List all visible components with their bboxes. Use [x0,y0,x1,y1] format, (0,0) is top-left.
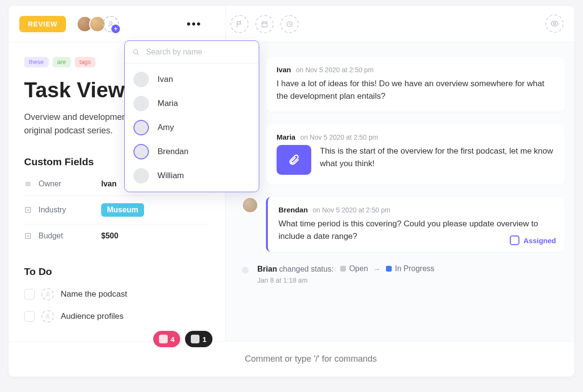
person-name: Brendan [158,147,188,157]
svg-point-7 [47,314,49,316]
status-color-icon [340,266,346,272]
comment-body: This is the start of the overview for th… [320,145,554,175]
tag[interactable]: are [53,57,71,67]
person-icon [45,291,51,297]
tag[interactable]: tags [75,57,96,67]
watch-button[interactable] [545,14,564,33]
person-icon [45,314,51,319]
svg-point-0 [110,21,112,24]
activity-verb: changed status: [279,265,333,273]
checkbox-icon [510,235,519,245]
avatar [133,72,149,87]
assignee-stack: + [77,16,119,32]
svg-point-6 [47,292,49,294]
field-value-chip: Museum [101,203,144,217]
dropdown-item[interactable]: William [125,164,259,188]
avatar [133,120,149,135]
dropdown-item[interactable]: Amy [125,116,259,140]
status-from: Open [340,264,368,273]
comment-card[interactable]: Ivan on Nov 5 2020 at 2:50 pm I have a l… [266,57,565,112]
add-assignee-button[interactable]: + [103,16,119,32]
todo-label: Name the podcast [61,289,127,299]
header-tools [230,15,299,33]
custom-field-row[interactable]: Budget $500 [24,224,210,248]
app-icon [191,335,199,343]
svg-rect-4 [26,207,31,212]
comment-date: on Nov 5 2020 at 2:50 pm [300,133,378,141]
svg-rect-5 [26,233,31,238]
comment-date: on Nov 5 2020 at 2:50 pm [313,206,390,214]
comment-composer[interactable]: 4 1 [9,341,574,377]
assigned-label: Assigned [523,236,556,245]
paperclip-icon [288,154,300,166]
divider [225,6,226,42]
flag-button[interactable] [230,15,249,33]
todo-label: Audience profiles [61,312,123,321]
comment-date: on Nov 5 2020 at 2:50 pm [296,66,373,74]
integration-chips: 4 1 [153,331,212,347]
todo-item[interactable]: Name the podcast [24,283,210,305]
more-menu-button[interactable]: ••• [186,17,201,31]
person-name: Maria [158,99,178,108]
integration-chip[interactable]: 1 [185,331,212,347]
tag[interactable]: these [24,57,49,67]
svg-point-3 [554,23,556,25]
checkbox[interactable] [24,289,35,300]
comment: Ivan on Nov 5 2020 at 2:50 pm I have a l… [242,57,565,112]
avatar [133,144,149,159]
comment: Brendan on Nov 5 2020 at 2:50 pm What ti… [242,197,565,252]
activity-actor: Brian [257,265,277,273]
comment-card[interactable]: Maria on Nov 5 2020 at 2:50 pm This is t… [266,124,565,184]
dropdown-item[interactable]: Ivan [125,67,259,91]
activity-timestamp: Jan 8 at 1:18 am [257,276,435,284]
comment-author: Maria [277,133,295,141]
checkbox[interactable] [24,311,35,322]
search-input[interactable] [146,48,251,56]
task-header: REVIEW + ••• [9,6,574,42]
plus-icon: + [111,25,120,33]
person-name: Ivan [158,75,173,84]
date-button[interactable] [255,15,274,33]
comments-panel: Ivan on Nov 5 2020 at 2:50 pm I have a l… [225,42,574,377]
app-icon [159,335,168,343]
status-badge[interactable]: REVIEW [19,16,66,32]
dropdown-search[interactable] [125,41,259,64]
assign-subtask-button[interactable] [41,310,54,323]
comment: Maria on Nov 5 2020 at 2:50 pm This is t… [242,124,565,184]
time-button[interactable] [280,15,299,33]
avatar[interactable] [242,197,258,213]
dropdown-icon [24,232,33,240]
status-color-icon [386,266,392,272]
clock-icon [286,20,293,28]
calendar-icon [261,20,268,28]
person-name: Amy [158,123,174,132]
comment-body: I have a lot of ideas for this! Do we ha… [277,78,554,102]
dropdown-item[interactable]: Brendan [125,140,259,164]
field-label: Industry [39,206,101,214]
list-icon [24,180,33,188]
field-value: $500 [101,232,119,240]
svg-rect-1 [262,22,267,27]
comment-author: Ivan [277,65,291,74]
assign-subtask-button[interactable] [41,288,54,301]
person-name: William [158,171,184,181]
field-label: Budget [39,232,101,240]
custom-field-row[interactable]: Industry Museum [24,196,210,224]
avatar [133,96,149,111]
attachment-icon[interactable] [277,145,311,175]
todo-heading: To Do [24,266,210,277]
arrow-icon: → [373,265,381,273]
status-to: In Progress [386,264,435,273]
activity-dot-icon [242,267,249,274]
flag-icon [236,20,243,28]
assignee-dropdown: Ivan Maria Amy Brendan William [124,40,259,192]
comment-card[interactable]: Brendan on Nov 5 2020 at 2:50 pm What ti… [266,197,565,252]
assigned-badge[interactable]: Assigned [510,235,556,245]
avatar [133,168,149,183]
comment-input[interactable] [245,354,534,364]
dropdown-item[interactable]: Maria [125,91,259,116]
integration-chip[interactable]: 4 [153,331,180,347]
activity-entry: Brian changed status: Open → In Progress [242,264,565,284]
todo-list: Name the podcast Audience profiles [24,283,210,327]
todo-item[interactable]: Audience profiles [24,305,210,327]
